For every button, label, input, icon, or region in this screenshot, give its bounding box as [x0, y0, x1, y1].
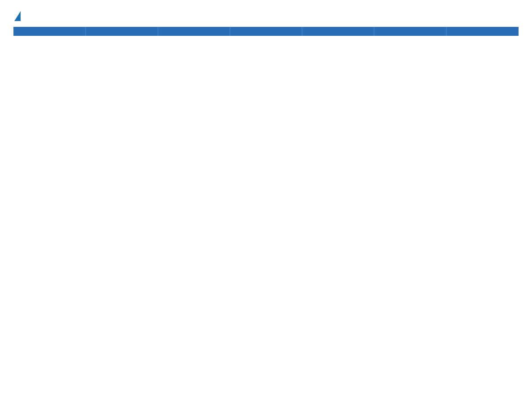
col-saturday — [446, 27, 519, 36]
col-monday — [86, 27, 158, 36]
calendar-table — [13, 27, 519, 36]
col-wednesday — [230, 27, 302, 36]
page-header — [13, 9, 519, 20]
header-row — [13, 27, 519, 36]
col-tuesday — [158, 27, 230, 36]
col-friday — [374, 27, 446, 36]
logo-triangle-icon — [14, 11, 21, 21]
col-thursday — [302, 27, 374, 36]
logo — [13, 9, 21, 20]
col-sunday — [13, 27, 86, 36]
